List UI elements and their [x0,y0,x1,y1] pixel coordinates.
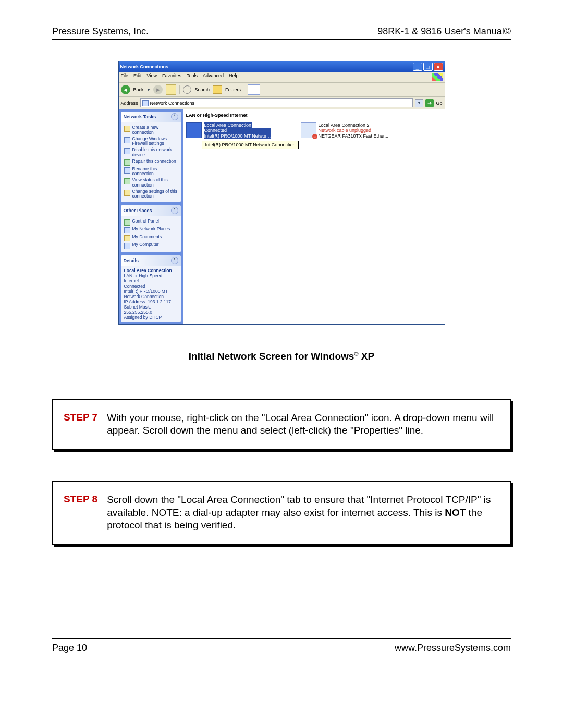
menu-tools[interactable]: Tools [187,73,198,81]
toolbar: ◄ Back ▼ ► Search Folders [119,83,445,97]
menu-favorites[interactable]: Favorites [162,73,181,81]
task-item[interactable]: Create a new connection [124,125,178,135]
footer-right: www.PressureSystems.com [395,643,511,653]
status-icon [124,178,130,184]
toolbar-sep [179,85,180,94]
connection-status: Connected [204,128,271,133]
place-item[interactable]: My Network Places [124,227,178,233]
panel-heading[interactable]: Details ˄ [121,255,181,266]
details-line: Subnet Mask: 255.255.255.0 [124,304,178,315]
step-label: STEP 8 [64,493,97,505]
footer-left: Page 10 [52,643,87,653]
step-label: STEP 7 [64,412,97,423]
task-item[interactable]: Rename this connection [124,167,178,177]
maximize-button[interactable]: □ [423,63,433,71]
minimize-button[interactable]: _ [413,63,422,71]
documents-icon [124,235,130,241]
step-text: Scroll down the "Local Area Connection" … [107,493,499,532]
chevron-up-icon: ˄ [171,207,178,214]
control-panel-icon [124,219,130,226]
search-label: Search [194,87,210,92]
panel-title: Other Places [124,208,152,213]
connection-adapter: Intel(R) PRO/1000 MT Networ... [204,133,271,139]
address-value: Network Connections [150,101,195,106]
details-line: Intel(R) PRO/1000 MT Network Connection [124,289,178,299]
menu-view[interactable]: View [147,73,157,81]
window-title: Network Connections [120,64,169,69]
step-text: With your mouse, right-click on the "Loc… [107,412,499,437]
connection-icon: × [301,122,316,138]
rename-icon [124,167,130,174]
figure-caption: Initial Network Screen for Windows® XP [52,351,511,362]
panel-title: Details [124,258,139,263]
task-item[interactable]: Change Windows Firewall settings [124,137,178,147]
connection-icon [186,122,202,138]
go-label: Go [436,101,442,106]
menu-file[interactable]: File [121,73,129,81]
panel-heading[interactable]: Network Tasks ˄ [121,112,181,122]
address-input[interactable]: Network Connections [140,98,413,107]
details-heading: Local Area Connection [124,268,178,273]
views-button[interactable] [248,84,260,95]
tooltip: Intel(R) PRO/1000 MT Network Connection [202,141,299,149]
content-pane: LAN or High-Speed Internet Local Area Co… [183,109,445,324]
disable-icon [124,148,130,154]
settings-icon [124,190,130,196]
folders-icon[interactable] [213,85,222,94]
folders-label: Folders [225,87,241,92]
network-tasks-panel: Network Tasks ˄ Create a new connection … [121,112,181,202]
task-item[interactable]: Change settings of this connection [124,189,178,200]
panel-heading[interactable]: Other Places ˄ [121,205,181,216]
sidebar: Network Tasks ˄ Create a new connection … [119,109,183,324]
back-button[interactable]: ◄ [121,85,130,94]
step-8-box: STEP 8 Scroll down the "Local Area Conne… [52,481,511,545]
details-line: LAN or High-Speed Internet [124,273,178,283]
connection-item-2[interactable]: × Local Area Connection 2 Network cable … [301,122,405,147]
chevron-up-icon: ˄ [171,113,178,120]
header-left: Pressure Systems, Inc. [52,26,149,37]
task-item[interactable]: Repair this connection [124,159,178,166]
page-footer: Page 10 www.PressureSystems.com [52,638,511,653]
place-item[interactable]: Control Panel [124,219,178,226]
repair-icon [124,159,130,166]
task-item[interactable]: Disable this network device [124,147,178,158]
network-icon [142,100,149,106]
step-7-box: STEP 7 With your mouse, right-click on t… [52,399,511,450]
connection-name: Local Area Connection 2 [319,122,370,128]
toolbar-sep2 [244,85,244,94]
header-right: 98RK-1 & 9816 User's Manual© [377,26,511,37]
firewall-icon [124,137,130,143]
registered-symbol: ® [354,351,358,357]
unplugged-icon: × [312,134,317,139]
details-line: Connected [124,283,178,289]
new-connection-icon [124,126,130,132]
address-bar: Address Network Connections ▾ ➔ Go [119,97,445,109]
other-places-panel: Other Places ˄ Control Panel My Network … [121,205,181,252]
page: Pressure Systems, Inc. 98RK-1 & 9816 Use… [0,0,563,674]
task-item[interactable]: View status of this connection [124,178,178,188]
go-button[interactable]: ➔ [425,99,434,107]
search-icon[interactable] [183,85,191,94]
place-item[interactable]: My Computer [124,242,178,249]
xp-window: Network Connections _ □ × File Edit View… [118,61,445,325]
category-heading: LAN or High-Speed Internet [186,113,442,119]
menu-edit[interactable]: Edit [133,73,142,81]
place-item[interactable]: My Documents [124,235,178,241]
titlebar: Network Connections _ □ × [119,61,445,72]
computer-icon [124,243,130,249]
connection-item-1[interactable]: Local Area Connection Connected Intel(R)… [186,122,290,139]
address-dropdown[interactable]: ▾ [415,99,423,107]
menu-help[interactable]: Help [229,73,239,81]
network-places-icon [124,227,130,233]
connection-status: Network cable unplugged [319,128,389,133]
connection-adapter: NETGEAR FA310TX Fast Ether... [319,133,389,139]
close-button[interactable]: × [434,63,443,71]
menu-advanced[interactable]: Advanced [203,73,224,81]
forward-button[interactable]: ► [153,85,163,94]
up-button[interactable] [166,84,176,95]
page-header: Pressure Systems, Inc. 98RK-1 & 9816 Use… [52,26,511,40]
windows-logo-icon [432,73,443,81]
connection-name: Local Area Connection [204,122,252,128]
chevron-up-icon: ˄ [171,257,178,264]
details-line: IP Address: 193.1.2.117 [124,299,178,304]
